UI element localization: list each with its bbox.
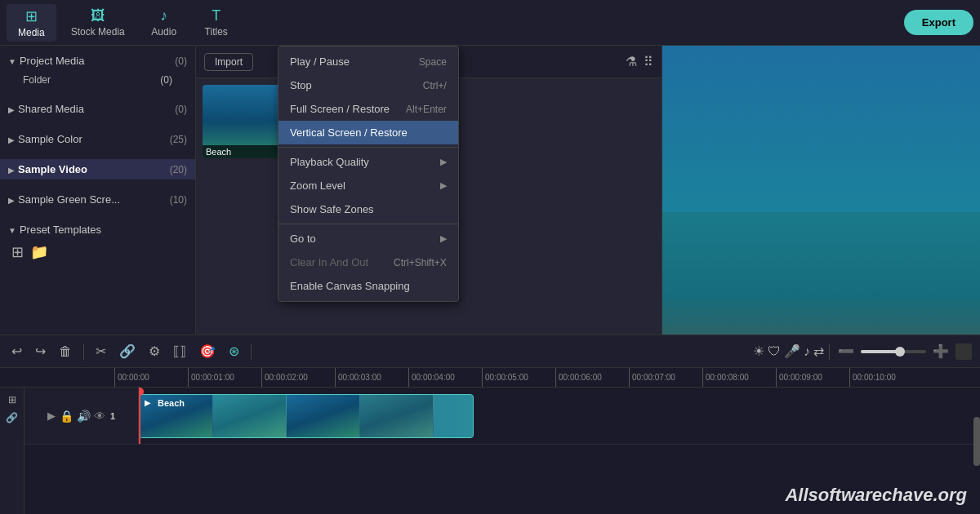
- ruler-mark-2: 00:00:02:00: [261, 368, 335, 388]
- ruler-mark-7: 00:00:07:00: [629, 368, 702, 388]
- menu-safe-zones-label: Show Safe Zones: [290, 203, 374, 215]
- thumbnail-btn[interactable]: [956, 343, 972, 360]
- ruler-mark-10: 00:00:10:00: [849, 368, 923, 388]
- stock-icon: 🖼: [91, 7, 105, 24]
- arrow-icon-5: ▶: [8, 196, 15, 205]
- redo-btn[interactable]: ↪: [32, 342, 49, 361]
- scroll-thumb[interactable]: [973, 417, 980, 466]
- ruler-mark-9: 00:00:09:00: [776, 368, 849, 388]
- menu-play-pause-label: Play / Pause: [290, 55, 350, 68]
- ruler-mark-3: 00:00:03:00: [335, 368, 408, 388]
- menu-goto[interactable]: Go to ▶: [278, 227, 458, 250]
- context-menu: Play / Pause Space Stop Ctrl+/ Full Scre…: [278, 46, 459, 302]
- timeline-toolbar: ↩ ↪ 🗑 ✂ 🔗 ⚙ ⟦⟧ 🎯 ⊛ ☀ 🛡 🎤 ♪ ⇄ ➖ ➕: [0, 335, 980, 368]
- clip-frame-3: [287, 395, 360, 437]
- preset-templates-section: ▼Preset Templates ⊞ 📁: [0, 215, 195, 269]
- sample-color-label: Sample Color: [18, 133, 82, 145]
- ruler-mark-0: 00:00:00: [114, 368, 188, 388]
- sample-color-header[interactable]: ▶Sample Color (25): [0, 129, 195, 149]
- submenu-arrow-3: ▶: [440, 233, 447, 244]
- sun-icon: ☀: [753, 343, 764, 359]
- menu-clear-inout: Clear In And Out Ctrl+Shift+X: [278, 250, 458, 274]
- video-clip-beach[interactable]: ▶ Beach: [139, 394, 474, 438]
- menu-playback-quality[interactable]: Playback Quality ▶: [278, 150, 458, 174]
- shared-media-count: (0): [175, 104, 187, 115]
- folder-item[interactable]: Folder (0): [0, 71, 195, 89]
- arrow-icon-6: ▼: [8, 226, 16, 235]
- top-toolbar: ⊞ Media 🖼 Stock Media ♪ Audio T Titles E…: [0, 0, 980, 46]
- shield-icon: 🛡: [768, 344, 781, 359]
- menu-fullscreen[interactable]: Full Screen / Restore Alt+Enter: [278, 97, 458, 121]
- zoom-dot: [895, 347, 905, 357]
- tab-media[interactable]: ⊞ Media: [7, 4, 56, 42]
- folder-label: Folder: [23, 74, 51, 86]
- clip-play-icon: ▶: [145, 398, 151, 407]
- project-media-header[interactable]: ▼Project Media (0): [0, 51, 195, 71]
- sample-video-header[interactable]: ▶Sample Video (20): [0, 159, 195, 179]
- zoom-out-btn[interactable]: ➖: [835, 342, 858, 361]
- add-template-icon[interactable]: ⊞: [11, 243, 24, 261]
- menu-zoom-label: Zoom Level: [290, 179, 345, 192]
- tab-titles-label: Titles: [205, 26, 228, 38]
- export-button[interactable]: Export: [904, 10, 973, 35]
- beat-btn[interactable]: ⟦⟧: [170, 342, 189, 361]
- delete-btn[interactable]: 🗑: [56, 343, 75, 361]
- submenu-arrow-2: ▶: [440, 180, 447, 191]
- menu-stop-shortcut: Ctrl+/: [423, 80, 447, 91]
- menu-canvas-snapping[interactable]: Enable Canvas Snapping: [278, 274, 458, 298]
- menu-canvas-label: Enable Canvas Snapping: [290, 280, 410, 292]
- menu-stop[interactable]: Stop Ctrl+/: [278, 73, 458, 97]
- arrow-icon-2: ▶: [8, 105, 15, 114]
- menu-stop-label: Stop: [290, 79, 312, 91]
- menu-safe-zones[interactable]: Show Safe Zones: [278, 197, 458, 221]
- track-content-1: ▶ Beach: [139, 388, 980, 444]
- tab-audio[interactable]: ♪ Audio: [140, 4, 189, 41]
- tab-media-label: Media: [18, 27, 45, 38]
- track-side-icons: ⊞ 🔗: [0, 388, 24, 514]
- menu-play-pause-shortcut: Space: [419, 56, 447, 68]
- undo-btn[interactable]: ↩: [8, 342, 25, 361]
- timeline-area: ↩ ↪ 🗑 ✂ 🔗 ⚙ ⟦⟧ 🎯 ⊛ ☀ 🛡 🎤 ♪ ⇄ ➖ ➕: [0, 335, 980, 514]
- menu-goto-label: Go to: [290, 233, 316, 245]
- ruler-mark-1: 00:00:01:00: [188, 368, 261, 388]
- menu-vertical-label: Vertical Screen / Restore: [290, 126, 408, 139]
- zoom-slider[interactable]: [861, 350, 926, 353]
- filter-icon[interactable]: ⚗: [626, 54, 637, 69]
- menu-zoom-level[interactable]: Zoom Level ▶: [278, 174, 458, 197]
- grid-icon[interactable]: ⠿: [644, 54, 653, 69]
- menu-play-pause[interactable]: Play / Pause Space: [278, 50, 458, 73]
- magnet-btn[interactable]: 🎯: [196, 342, 219, 361]
- sample-green-header[interactable]: ▶Sample Green Scre... (10): [0, 189, 195, 210]
- tab-stock-media[interactable]: 🖼 Stock Media: [60, 4, 136, 41]
- menu-clear-label: Clear In And Out: [290, 256, 368, 268]
- project-media-section: ▼Project Media (0) Folder (0): [0, 46, 195, 94]
- menu-divider-1: [278, 147, 458, 148]
- separator-3: [829, 343, 830, 360]
- tracks-container: ⊞ 🔗 ▶ 🔒 🔊 👁 1: [0, 388, 980, 514]
- audio-icon: ♪: [160, 7, 167, 24]
- shared-media-header[interactable]: ▶Shared Media (0): [0, 99, 195, 119]
- adjust-btn[interactable]: ⚙: [145, 342, 163, 361]
- ripple-btn[interactable]: ⊛: [225, 342, 243, 361]
- track-volume-icon[interactable]: 🔊: [77, 410, 91, 423]
- preset-templates-header[interactable]: ▼Preset Templates: [0, 219, 195, 240]
- tab-audio-label: Audio: [151, 26, 176, 38]
- timeline-ruler: 00:00:00 00:00:01:00 00:00:02:00 00:00:0…: [0, 368, 980, 388]
- track-eye-icon[interactable]: 👁: [94, 410, 105, 423]
- folder-template-icon[interactable]: 📁: [30, 243, 48, 261]
- project-media-label: Project Media: [20, 55, 84, 67]
- cut-btn[interactable]: ✂: [92, 342, 109, 361]
- track-lock-icon[interactable]: 🔒: [60, 410, 74, 423]
- sample-green-count: (10): [170, 194, 187, 206]
- shared-media-label: Shared Media: [18, 103, 84, 115]
- sample-green-section: ▶Sample Green Scre... (10): [0, 184, 195, 215]
- zoom-in-btn[interactable]: ➕: [929, 342, 952, 361]
- import-button[interactable]: Import: [204, 53, 253, 71]
- playhead: [139, 388, 140, 444]
- add-track-icon[interactable]: ⊞: [8, 394, 16, 405]
- tab-titles[interactable]: T Titles: [192, 4, 241, 41]
- menu-vertical-screen[interactable]: Vertical Screen / Restore: [278, 121, 458, 144]
- link-btn[interactable]: 🔗: [116, 342, 139, 361]
- link-track-icon[interactable]: 🔗: [6, 412, 18, 423]
- submenu-arrow-1: ▶: [440, 157, 447, 167]
